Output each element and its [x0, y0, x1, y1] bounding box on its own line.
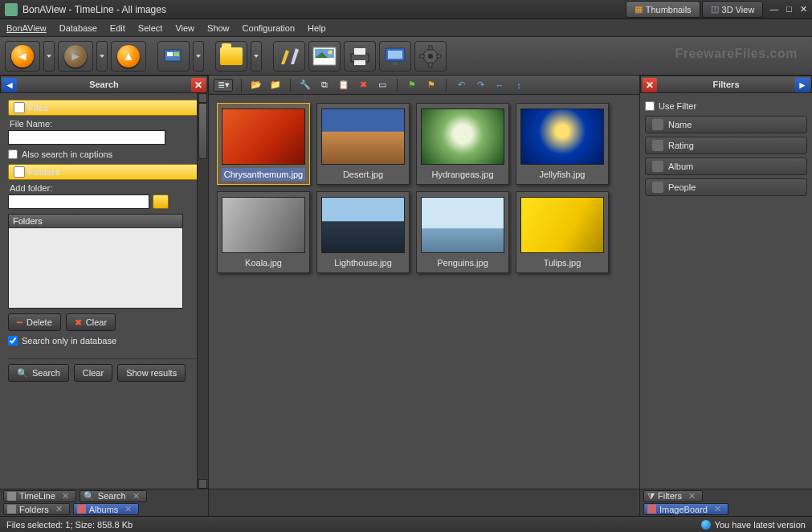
scrollbar[interactable] — [197, 93, 208, 489]
collapse-right-button[interactable]: ► — [795, 78, 810, 92]
folders-section[interactable]: Folders — [8, 164, 200, 180]
bottom-tab-search[interactable]: 🔍Search✕ — [80, 490, 147, 502]
print-button[interactable] — [344, 41, 376, 72]
copy-icon[interactable]: ⧉ — [318, 79, 331, 92]
folder-button[interactable] — [215, 41, 247, 72]
thumbnail-item[interactable]: Chrysanthemum.jpg — [217, 103, 310, 185]
menu-view[interactable]: View — [175, 23, 194, 33]
import-dropdown[interactable] — [193, 41, 204, 72]
menu-show[interactable]: Show — [207, 23, 230, 33]
close-icon[interactable]: ✕ — [133, 491, 140, 501]
bottom-tab-imageboard[interactable]: ImageBoard✕ — [643, 503, 728, 515]
close-icon[interactable]: ✕ — [124, 504, 132, 514]
close-panel-button[interactable]: ✕ — [191, 78, 206, 92]
bottom-tab-filters[interactable]: ⧩Filters✕ — [643, 490, 703, 502]
thumbnail-caption: Koala.jpg — [222, 256, 305, 269]
show-results-button[interactable]: Show results — [117, 364, 186, 382]
thumbnail-item[interactable]: Lighthouse.jpg — [316, 191, 410, 273]
bottom-tab-albums[interactable]: Albums✕ — [73, 503, 140, 515]
menu-database[interactable]: Database — [59, 23, 97, 33]
undo-icon[interactable]: ↶ — [455, 79, 467, 92]
close-icon[interactable]: ✕ — [62, 491, 69, 501]
folders-list[interactable]: Folders — [8, 214, 183, 309]
edit-tools-button[interactable] — [273, 41, 305, 72]
tab-thumbnails-label: Thumbnails — [646, 5, 692, 14]
menu-help[interactable]: Help — [308, 23, 326, 33]
delete-icon[interactable]: ✖ — [357, 79, 369, 92]
back-dropdown[interactable] — [43, 41, 55, 72]
collapse-left-button[interactable]: ◄ — [2, 78, 17, 92]
forward-dropdown[interactable] — [96, 41, 108, 72]
rename-icon[interactable]: ▭ — [376, 79, 389, 92]
search-icon: 🔍 — [17, 368, 28, 379]
menu-configuration[interactable]: Configuration — [243, 23, 295, 33]
search-button[interactable]: 🔍Search — [8, 364, 69, 382]
filter-row[interactable]: Album — [645, 158, 807, 175]
forward-button[interactable]: ► — [58, 41, 93, 72]
menu-edit[interactable]: Edit — [110, 23, 125, 33]
filter-row-label: Rating — [668, 141, 694, 150]
filter-row[interactable]: Name — [645, 116, 807, 133]
search-only-db-label: Search only in database — [22, 336, 116, 346]
folder-dropdown[interactable] — [251, 41, 262, 72]
close-icon[interactable]: ✕ — [688, 491, 696, 501]
folder-icon[interactable]: 📁 — [269, 79, 282, 92]
thumbnail-item[interactable]: Tulips.jpg — [516, 191, 609, 273]
bottom-tab-timeline[interactable]: TimeLine✕ — [3, 490, 76, 502]
wrench-icon[interactable]: 🔧 — [299, 79, 312, 92]
paste-icon[interactable]: 📋 — [337, 79, 350, 92]
browse-folder-button[interactable] — [153, 194, 169, 209]
thumbnail-item[interactable]: Koala.jpg — [217, 191, 310, 273]
clear-button-2[interactable]: Clear — [74, 364, 112, 382]
import-button[interactable] — [157, 41, 190, 72]
svg-rect-20 — [437, 55, 441, 58]
filter-row-label: Name — [668, 120, 692, 129]
search-panel-header: ◄ Search ✕ — [0, 76, 208, 93]
files-icon — [14, 102, 25, 113]
file-name-input[interactable] — [8, 130, 165, 145]
svg-rect-18 — [429, 63, 432, 67]
maximize-button[interactable]: □ — [786, 4, 792, 14]
tag-orange-icon[interactable]: ⚑ — [425, 79, 438, 92]
close-icon[interactable]: ✕ — [55, 504, 63, 514]
filter-row[interactable]: Rating — [645, 137, 807, 154]
menu-select[interactable]: Select — [138, 23, 163, 33]
view-mode-button[interactable]: ≣▾ — [214, 79, 233, 92]
gear-button[interactable] — [414, 41, 447, 72]
add-folder-input[interactable] — [8, 194, 149, 209]
close-button[interactable]: ✕ — [800, 4, 807, 14]
tag-green-icon[interactable]: ⚑ — [406, 79, 418, 92]
clear-button[interactable]: ✖Clear — [66, 313, 116, 331]
expand-h-icon[interactable]: ↔ — [493, 79, 506, 92]
search-only-db-checkbox[interactable]: Search only in database — [8, 336, 206, 346]
minimize-button[interactable]: — — [769, 4, 778, 14]
albums-icon — [77, 505, 86, 514]
also-captions-checkbox[interactable]: Also search in captions — [8, 149, 206, 159]
image-button[interactable] — [308, 41, 341, 72]
bottom-tab-folders[interactable]: Folders✕ — [3, 503, 70, 515]
use-filter-checkbox[interactable]: Use Filter — [645, 101, 807, 111]
open-icon[interactable]: 📂 — [250, 79, 263, 92]
close-filters-button[interactable]: ✕ — [643, 78, 657, 92]
thumbnail-item[interactable]: Desert.jpg — [316, 103, 410, 185]
expand-v-icon[interactable]: ↕ — [512, 79, 525, 92]
filter-row[interactable]: People — [645, 178, 807, 196]
thumbnail-item[interactable]: Hydrangeas.jpg — [416, 103, 509, 185]
thumbnail-item[interactable]: Penguins.jpg — [416, 191, 509, 273]
close-icon[interactable]: ✕ — [714, 504, 721, 514]
delete-button[interactable]: ━Delete — [8, 313, 61, 331]
tab-3d-view[interactable]: ◫ 3D View — [702, 1, 764, 18]
redo-icon[interactable]: ↷ — [474, 79, 487, 92]
thumbnail-image — [222, 108, 305, 165]
monitor-button[interactable] — [379, 41, 411, 72]
files-section[interactable]: Files — [8, 100, 200, 116]
tab-thumbnails[interactable]: ▦ Thumbnails — [626, 1, 700, 18]
menu-app[interactable]: BonAView — [6, 23, 47, 33]
svg-rect-10 — [354, 48, 365, 55]
thumbnail-image — [421, 108, 504, 165]
app-icon — [5, 3, 18, 16]
up-button[interactable]: ▲ — [111, 41, 146, 72]
svg-rect-14 — [393, 62, 398, 65]
back-button[interactable]: ◄ — [5, 41, 40, 72]
thumbnail-item[interactable]: Jellyfish.jpg — [516, 103, 609, 185]
